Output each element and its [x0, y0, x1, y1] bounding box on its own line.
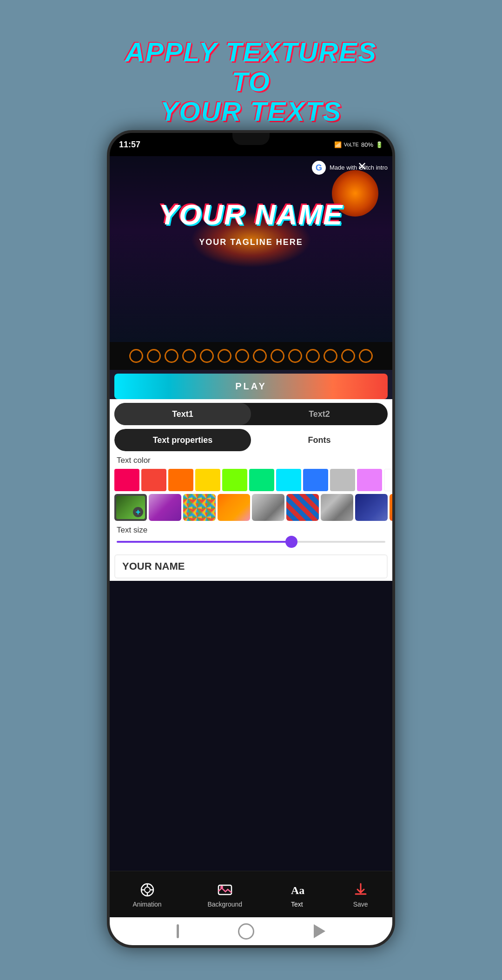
notch — [232, 133, 270, 145]
film-hole — [200, 349, 214, 363]
phone-content: ✕ G Made with Glitch intro YOUR NAME YOU… — [110, 156, 392, 917]
status-time: 11:57 — [119, 140, 140, 150]
add-icon: + — [133, 507, 143, 517]
tab-text2[interactable]: Text2 — [251, 403, 388, 425]
text-color-label: Text color — [114, 456, 388, 465]
svg-text:Aa: Aa — [291, 884, 304, 896]
nav-background-label: Background — [207, 901, 242, 908]
text-tabs: Text1 Text2 — [114, 403, 388, 425]
preview-area: ✕ G Made with Glitch intro YOUR NAME YOU… — [110, 156, 392, 342]
text-icon: Aa — [288, 881, 306, 899]
texture-swatch-warm[interactable] — [390, 494, 392, 521]
film-hole — [271, 349, 284, 363]
film-hole — [253, 349, 267, 363]
text-size-label: Text size — [114, 526, 388, 535]
film-hole — [165, 349, 178, 363]
glitch-intro-logo: G — [312, 161, 326, 175]
header-title: APPLY TEXTURES TO YOUR TEXTS — [112, 37, 390, 126]
film-hole — [306, 349, 320, 363]
phone-side-button — [394, 319, 395, 356]
play-button[interactable]: PLAY — [114, 374, 388, 399]
film-hole — [235, 349, 249, 363]
nav-save[interactable]: Save — [352, 881, 370, 908]
nav-background[interactable]: Background — [207, 881, 242, 908]
color-swatches-row1 — [114, 469, 388, 491]
status-icons: 📶 VoLTE 80% 🔋 — [334, 141, 383, 148]
battery-full-icon: 🔋 — [376, 141, 383, 148]
color-swatch-purple[interactable] — [357, 469, 382, 491]
film-hole — [341, 349, 355, 363]
film-hole — [182, 349, 196, 363]
nav-text[interactable]: Aa Text — [288, 881, 306, 908]
back-button[interactable] — [177, 924, 179, 938]
background-icon — [216, 881, 234, 899]
texture-swatch-smoke-blue[interactable] — [355, 494, 388, 521]
home-button[interactable] — [238, 923, 254, 940]
texture-swatch-multicolor[interactable] — [183, 494, 216, 521]
nav-text-label: Text — [291, 901, 303, 908]
status-bar: 11:57 📶 VoLTE 80% 🔋 — [110, 133, 392, 156]
color-swatch-lime[interactable] — [222, 469, 247, 491]
texture-swatch-stone[interactable] — [252, 494, 284, 521]
tab-text1[interactable]: Text1 — [114, 403, 251, 425]
texture-swatch-concrete[interactable] — [321, 494, 353, 521]
prop-tabs: Text properties Fonts — [114, 429, 388, 451]
film-hole — [129, 349, 143, 363]
animation-icon — [139, 881, 156, 899]
bottom-nav: Animation Background Aa — [110, 871, 392, 917]
color-swatch-orange[interactable] — [168, 469, 193, 491]
watermark: G Made with Glitch intro — [312, 161, 388, 175]
white-panel: Text1 Text2 Text properties Fonts — [110, 399, 392, 581]
slider-thumb[interactable] — [285, 536, 297, 548]
nav-animation[interactable]: Animation — [132, 881, 161, 908]
color-swatch-green[interactable] — [249, 469, 274, 491]
tab-fonts[interactable]: Fonts — [251, 429, 388, 451]
preview-main-text: YOUR NAME — [159, 198, 343, 231]
panel-content: Text color — [110, 451, 392, 552]
color-swatch-blue[interactable] — [303, 469, 328, 491]
text-input[interactable] — [114, 554, 388, 579]
svg-point-3 — [220, 886, 223, 888]
texture-swatch-plaid[interactable] — [286, 494, 319, 521]
texture-swatches-row: + — [114, 494, 388, 521]
text-size-slider-container — [114, 539, 388, 547]
battery-icon: 80% — [361, 141, 373, 148]
nav-save-label: Save — [353, 901, 368, 908]
slider-fill — [117, 541, 291, 543]
color-swatch-cyan[interactable] — [276, 469, 301, 491]
save-icon — [352, 881, 370, 899]
color-swatch-yellow[interactable] — [195, 469, 220, 491]
film-hole — [147, 349, 161, 363]
wifi-icon: 📶 — [334, 141, 342, 148]
color-swatch-pink[interactable] — [114, 469, 139, 491]
texture-swatch-sunset[interactable] — [218, 494, 250, 521]
slider-track — [117, 541, 385, 543]
film-hole — [288, 349, 302, 363]
phone-frame: 11:57 📶 VoLTE 80% 🔋 ✕ G Made w — [107, 130, 395, 948]
film-hole — [218, 349, 231, 363]
color-swatch-red[interactable] — [141, 469, 166, 491]
color-swatch-gray[interactable] — [330, 469, 355, 491]
tab-text-properties[interactable]: Text properties — [114, 429, 251, 451]
film-hole — [359, 349, 373, 363]
page-header: APPLY TEXTURES TO YOUR TEXTS — [112, 37, 390, 126]
texture-swatch-purple-smoke[interactable] — [149, 494, 181, 521]
watermark-text: Made with Glitch intro — [330, 164, 388, 172]
color-swatch-white[interactable] — [384, 469, 392, 491]
add-texture-button[interactable]: + — [114, 494, 147, 521]
film-hole — [324, 349, 337, 363]
recents-button[interactable] — [314, 924, 325, 938]
film-strip — [110, 342, 392, 370]
preview-tagline: YOUR TAGLINE HERE — [199, 237, 303, 247]
svg-point-1 — [145, 887, 150, 893]
nav-animation-label: Animation — [132, 901, 161, 908]
dark-content-panel — [110, 581, 392, 917]
home-indicator — [110, 917, 392, 945]
signal-icon: VoLTE — [344, 142, 359, 147]
